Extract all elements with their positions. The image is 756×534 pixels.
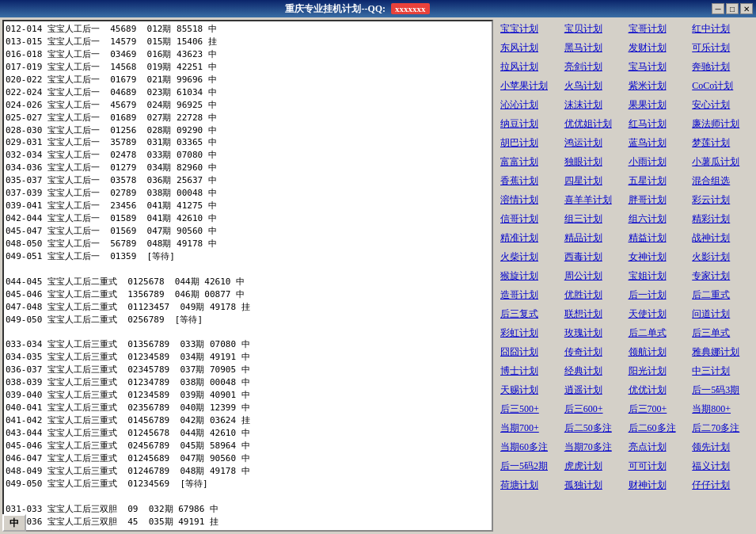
plan-link-57[interactable]: 优胜计划 bbox=[563, 287, 625, 304]
plan-link-51[interactable]: 火影计划 bbox=[690, 249, 753, 266]
plan-link-6[interactable]: 发财计划 bbox=[627, 40, 690, 57]
plan-link-47[interactable]: 战神计划 bbox=[690, 230, 753, 247]
plan-link-36[interactable]: 溶情计划 bbox=[499, 192, 561, 209]
plan-link-31[interactable]: 小薯瓜计划 bbox=[690, 154, 753, 171]
plan-link-53[interactable]: 周公计划 bbox=[563, 268, 625, 285]
plan-link-52[interactable]: 猴旋计划 bbox=[499, 268, 561, 285]
plan-link-2[interactable]: 宝哥计划 bbox=[627, 21, 690, 38]
plan-link-96[interactable]: 荷塘计划 bbox=[499, 477, 561, 494]
plan-link-72[interactable]: 博士计划 bbox=[499, 363, 561, 380]
plan-link-64[interactable]: 彩虹计划 bbox=[499, 325, 561, 342]
plan-link-26[interactable]: 蓝鸟计划 bbox=[627, 135, 690, 152]
plan-link-78[interactable]: 优优计划 bbox=[627, 382, 690, 399]
plan-link-43[interactable]: 精彩计划 bbox=[690, 211, 753, 228]
plan-link-1[interactable]: 宝贝计划 bbox=[563, 21, 625, 38]
plan-link-0[interactable]: 宝宝计划 bbox=[499, 21, 561, 38]
plan-link-79[interactable]: 后一5码3期 bbox=[690, 382, 753, 399]
plan-link-22[interactable]: 红马计划 bbox=[627, 116, 690, 133]
plan-link-11[interactable]: 奔驰计划 bbox=[690, 59, 753, 76]
plan-link-99[interactable]: 仔仔计划 bbox=[690, 477, 753, 494]
plan-link-13[interactable]: 火鸟计划 bbox=[563, 78, 625, 95]
plan-link-86[interactable]: 后二60多注 bbox=[627, 420, 690, 437]
plan-link-69[interactable]: 传奇计划 bbox=[563, 344, 625, 361]
plan-link-90[interactable]: 亮点计划 bbox=[627, 439, 690, 456]
plan-link-83[interactable]: 当期800+ bbox=[690, 401, 753, 418]
plan-link-54[interactable]: 宝姐计划 bbox=[627, 268, 690, 285]
plan-link-12[interactable]: 小苹果计划 bbox=[499, 78, 561, 95]
left-panel[interactable]: 012-014 宝宝人工后一 45689 012期 85518 中 013-01… bbox=[2, 20, 493, 532]
plan-link-98[interactable]: 财神计划 bbox=[627, 477, 690, 494]
plan-link-5[interactable]: 黑马计划 bbox=[563, 40, 625, 57]
plan-link-74[interactable]: 阳光计划 bbox=[627, 363, 690, 380]
plan-link-84[interactable]: 当期700+ bbox=[499, 420, 561, 437]
plan-link-49[interactable]: 西毒计划 bbox=[563, 249, 625, 266]
plan-link-40[interactable]: 信哥计划 bbox=[499, 211, 561, 228]
plan-link-67[interactable]: 后三单式 bbox=[690, 325, 753, 342]
plan-link-32[interactable]: 香蕉计划 bbox=[499, 173, 561, 190]
plan-link-85[interactable]: 后二50多注 bbox=[563, 420, 625, 437]
plan-link-29[interactable]: 独眼计划 bbox=[563, 154, 625, 171]
plan-link-58[interactable]: 后一计划 bbox=[627, 287, 690, 304]
plan-link-66[interactable]: 后二单式 bbox=[627, 325, 690, 342]
plan-link-71[interactable]: 雅典娜计划 bbox=[690, 344, 753, 361]
plan-link-81[interactable]: 后三600+ bbox=[563, 401, 625, 418]
plan-link-28[interactable]: 富富计划 bbox=[499, 154, 561, 171]
plan-link-18[interactable]: 果果计划 bbox=[627, 97, 690, 114]
plan-link-76[interactable]: 天赐计划 bbox=[499, 382, 561, 399]
plan-link-48[interactable]: 火柴计划 bbox=[499, 249, 561, 266]
plan-link-50[interactable]: 女神计划 bbox=[627, 249, 690, 266]
plan-link-23[interactable]: 廉法师计划 bbox=[690, 116, 753, 133]
plan-link-65[interactable]: 玫瑰计划 bbox=[563, 325, 625, 342]
plan-link-68[interactable]: 囧囧计划 bbox=[499, 344, 561, 361]
plan-link-9[interactable]: 亮剑计划 bbox=[563, 59, 625, 76]
plan-link-4[interactable]: 东风计划 bbox=[499, 40, 561, 57]
plan-link-21[interactable]: 优优姐计划 bbox=[563, 116, 625, 133]
plan-link-87[interactable]: 后二70多注 bbox=[690, 420, 753, 437]
plan-link-25[interactable]: 鸿运计划 bbox=[563, 135, 625, 152]
maximize-button[interactable]: □ bbox=[726, 3, 739, 14]
plan-link-82[interactable]: 后三700+ bbox=[627, 401, 690, 418]
plan-link-39[interactable]: 彩云计划 bbox=[690, 192, 753, 209]
plan-link-61[interactable]: 联想计划 bbox=[563, 306, 625, 323]
plan-link-19[interactable]: 安心计划 bbox=[690, 97, 753, 114]
plan-link-46[interactable]: 精益计划 bbox=[627, 230, 690, 247]
plan-link-56[interactable]: 造哥计划 bbox=[499, 287, 561, 304]
plan-link-77[interactable]: 逍遥计划 bbox=[563, 382, 625, 399]
minimize-button[interactable]: ─ bbox=[712, 3, 724, 14]
plan-link-94[interactable]: 可可计划 bbox=[627, 458, 690, 475]
close-button[interactable]: ✕ bbox=[740, 3, 753, 14]
plan-link-7[interactable]: 可乐计划 bbox=[690, 40, 753, 57]
plan-link-70[interactable]: 领航计划 bbox=[627, 344, 690, 361]
plan-link-60[interactable]: 后三复式 bbox=[499, 306, 561, 323]
plan-link-24[interactable]: 胡巴计划 bbox=[499, 135, 561, 152]
plan-link-35[interactable]: 混合组选 bbox=[690, 173, 753, 190]
plan-link-44[interactable]: 精准计划 bbox=[499, 230, 561, 247]
plan-link-63[interactable]: 问道计划 bbox=[690, 306, 753, 323]
plan-link-95[interactable]: 福义计划 bbox=[690, 458, 753, 475]
plan-link-10[interactable]: 宝马计划 bbox=[627, 59, 690, 76]
plan-link-34[interactable]: 五星计划 bbox=[627, 173, 690, 190]
plan-link-16[interactable]: 沁沁计划 bbox=[499, 97, 561, 114]
plan-link-91[interactable]: 领先计划 bbox=[690, 439, 753, 456]
plan-link-93[interactable]: 虎虎计划 bbox=[563, 458, 625, 475]
plan-link-20[interactable]: 纳豆计划 bbox=[499, 116, 561, 133]
plan-link-41[interactable]: 组三计划 bbox=[563, 211, 625, 228]
plan-link-92[interactable]: 后一5码2期 bbox=[499, 458, 561, 475]
plan-link-88[interactable]: 当期60多注 bbox=[499, 439, 561, 456]
plan-link-8[interactable]: 拉风计划 bbox=[499, 59, 561, 76]
plan-link-37[interactable]: 喜羊羊计划 bbox=[563, 192, 625, 209]
plan-link-73[interactable]: 经典计划 bbox=[563, 363, 625, 380]
plan-link-45[interactable]: 精品计划 bbox=[563, 230, 625, 247]
plan-link-30[interactable]: 小雨计划 bbox=[627, 154, 690, 171]
plan-link-80[interactable]: 后三500+ bbox=[499, 401, 561, 418]
plan-link-42[interactable]: 组六计划 bbox=[627, 211, 690, 228]
plan-link-75[interactable]: 中三计划 bbox=[690, 363, 753, 380]
plan-link-97[interactable]: 孤独计划 bbox=[563, 477, 625, 494]
plan-link-89[interactable]: 当期70多注 bbox=[563, 439, 625, 456]
plan-link-62[interactable]: 天使计划 bbox=[627, 306, 690, 323]
plan-link-27[interactable]: 梦莲计划 bbox=[690, 135, 753, 152]
plan-link-59[interactable]: 后二重式 bbox=[690, 287, 753, 304]
plan-link-38[interactable]: 胖哥计划 bbox=[627, 192, 690, 209]
plan-link-33[interactable]: 四星计划 bbox=[563, 173, 625, 190]
plan-link-3[interactable]: 红中计划 bbox=[690, 21, 753, 38]
